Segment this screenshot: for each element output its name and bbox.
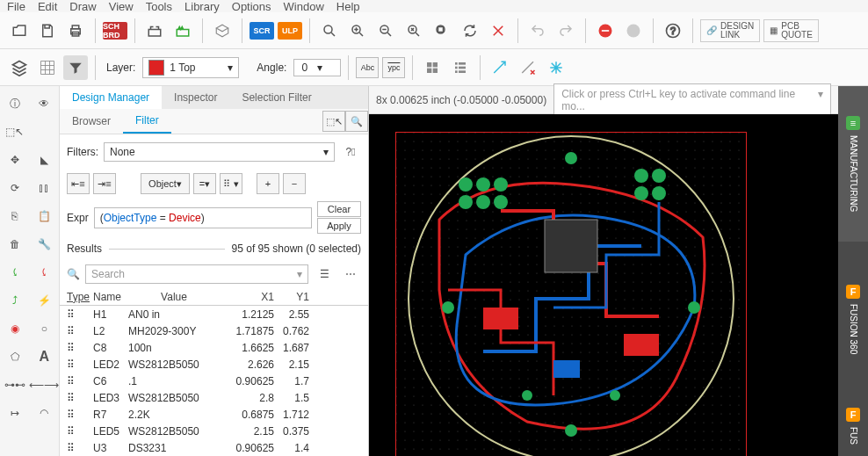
snap3-button[interactable]	[544, 55, 568, 80]
delete-icon[interactable]: 🗑	[4, 234, 25, 255]
go-button[interactable]	[621, 18, 646, 43]
pcb-quote-button[interactable]: ▦PCB QUOTE	[763, 19, 819, 42]
search-input[interactable]: Search▾	[85, 264, 308, 284]
menu-file[interactable]: File	[7, 0, 25, 13]
col-type[interactable]: Type	[67, 291, 93, 303]
menu-view[interactable]: View	[109, 0, 134, 13]
select-zoom-button[interactable]: 🔍	[345, 111, 368, 132]
snap1-button[interactable]	[488, 55, 512, 80]
table-row[interactable]: ⠿R72.2K0.68751.712	[60, 406, 368, 423]
menu-options[interactable]: Options	[232, 0, 271, 13]
tab-fusion360[interactable]: F FUSION 360	[838, 242, 868, 397]
menu-draw[interactable]: Draw	[69, 0, 96, 13]
route3-icon[interactable]: ⤴	[4, 290, 25, 311]
move-icon[interactable]: ✥	[4, 149, 25, 170]
eye-icon[interactable]: 👁	[33, 93, 54, 114]
object-dropdown[interactable]: Object ▾	[141, 173, 190, 194]
hole-icon[interactable]: ○	[33, 318, 54, 339]
filters-dropdown[interactable]: None▾	[104, 142, 335, 162]
route1-icon[interactable]: ⤹	[4, 262, 25, 283]
view-list-button[interactable]	[448, 55, 473, 80]
via-icon[interactable]: ◉	[4, 318, 25, 339]
col-value[interactable]: Value	[128, 291, 220, 303]
zoom-out-button[interactable]	[373, 18, 398, 43]
table-row[interactable]: ⠿C6.10.906251.7	[60, 373, 368, 389]
open-button[interactable]	[7, 18, 32, 43]
net-icon[interactable]: ⊶⊷	[4, 374, 25, 395]
command-line[interactable]: Click or press Ctrl+L key to activate co…	[553, 83, 831, 117]
line-icon[interactable]: ↦	[4, 402, 25, 423]
print-button[interactable]	[63, 18, 88, 43]
apply-button[interactable]: Apply	[317, 218, 361, 234]
col-name[interactable]: Name	[93, 291, 128, 303]
tab-inspector[interactable]: Inspector	[162, 86, 229, 109]
select-icon[interactable]: ⬚↖	[4, 121, 25, 142]
grid3d-button[interactable]	[210, 18, 235, 43]
copy-icon[interactable]: ⎘	[4, 206, 25, 227]
menu-tools[interactable]: Tools	[146, 0, 172, 13]
wrench-icon[interactable]: 🔧	[33, 234, 54, 255]
help-button[interactable]: ?	[661, 18, 685, 43]
mirror-icon[interactable]: ◣	[33, 149, 54, 170]
tab-fusion-extra[interactable]: F FUS	[838, 397, 868, 456]
tab-design-manager[interactable]: Design Manager	[60, 86, 162, 109]
snap2-button[interactable]	[516, 55, 540, 80]
redo-button[interactable]	[553, 18, 578, 43]
menu-help[interactable]: Help	[336, 0, 360, 13]
abc-button[interactable]: Abc	[356, 57, 379, 78]
filter-help-icon[interactable]: ?⃝	[340, 141, 361, 163]
table-row[interactable]: ⠿H1AN0 in1.21252.55	[60, 306, 368, 322]
manufacture-button[interactable]	[170, 18, 195, 43]
col-x1[interactable]: X1	[220, 291, 274, 303]
tab-selection-filter[interactable]: Selection Filter	[229, 86, 323, 109]
table-row[interactable]: ⠿LED3WS2812B50502.81.5	[60, 389, 368, 406]
clear-button[interactable]: Clear	[317, 201, 361, 217]
undo-button[interactable]	[525, 18, 550, 43]
zoom-redraw-button[interactable]	[401, 18, 426, 43]
table-row[interactable]: ⠿L2MH2029-300Y1.718750.762	[60, 322, 368, 339]
vpc-button[interactable]: ypc	[382, 57, 405, 78]
grid-button[interactable]	[35, 55, 60, 80]
menu-edit[interactable]: Edit	[38, 0, 57, 13]
save-button[interactable]	[35, 18, 60, 43]
remove-filter-button[interactable]: −	[283, 173, 306, 194]
table-row[interactable]: ⠿LED2WS2812B50502.6262.15	[60, 356, 368, 373]
tab-manufacturing[interactable]: ≡ MANUFACTURING	[838, 86, 868, 242]
add-filter-button[interactable]: +	[257, 173, 279, 194]
select-from-canvas-button[interactable]: ⬚↖	[322, 111, 345, 132]
angle-select[interactable]: 0 ▾	[293, 59, 341, 76]
subtab-browser[interactable]: Browser	[60, 110, 123, 133]
refresh-button[interactable]	[458, 18, 482, 43]
dimension-icon[interactable]: ⟵⟶	[33, 374, 54, 395]
view-grid-button[interactable]	[420, 55, 445, 80]
menu-window[interactable]: Window	[284, 0, 324, 13]
cancel-button[interactable]	[486, 18, 510, 43]
table-row[interactable]: ⠿LED5WS2812B50502.150.375	[60, 423, 368, 439]
filter-button[interactable]	[63, 55, 88, 80]
scr-button[interactable]: SCR	[250, 22, 274, 40]
arc-icon[interactable]: ◠	[33, 402, 54, 423]
expression-box[interactable]: (ObjectType = Device)	[94, 207, 312, 228]
stop-button[interactable]	[593, 18, 618, 43]
polygon-icon[interactable]: ⬠	[4, 346, 25, 367]
paste-icon[interactable]: 📋	[33, 206, 54, 227]
table-row[interactable]: ⠿C8100n1.66251.687	[60, 339, 368, 356]
menu-library[interactable]: Library	[184, 0, 220, 13]
design-link-button[interactable]: 🔗DESIGN LINK	[700, 19, 760, 42]
col-y1[interactable]: Y1	[274, 291, 309, 303]
zoom-in-button[interactable]	[345, 18, 370, 43]
eq-dropdown[interactable]: = ▾	[193, 173, 216, 194]
zoom-select-button[interactable]	[430, 18, 454, 43]
route4-icon[interactable]: ⚡	[33, 290, 54, 311]
table-row[interactable]: ⠿U3DS32310.906251.4	[60, 439, 368, 456]
subtab-filter[interactable]: Filter	[123, 109, 171, 134]
sch-brd-button[interactable]: SCH BRD	[103, 22, 127, 40]
text-icon[interactable]: A	[33, 346, 54, 367]
list-options-icon[interactable]: ☰	[314, 264, 335, 285]
zoom-fit-button[interactable]	[317, 18, 342, 43]
indent-button[interactable]: ⇥≡	[93, 173, 116, 194]
rotate-icon[interactable]: ⟳	[4, 177, 25, 199]
align-icon[interactable]: ⫿⫿	[33, 177, 54, 199]
cam-button[interactable]	[142, 18, 167, 43]
value-dropdown[interactable]: ⠿ ▾	[220, 173, 242, 194]
